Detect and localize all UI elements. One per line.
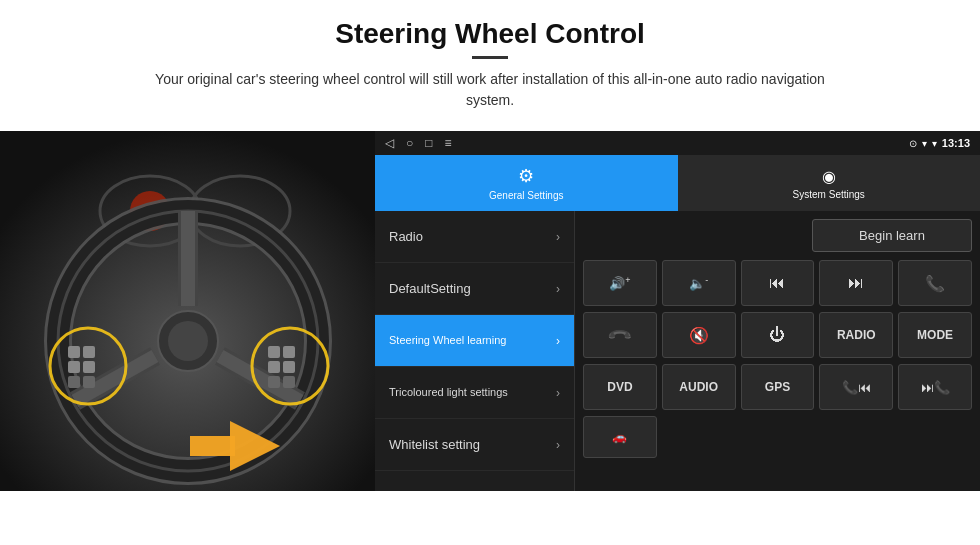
location-icon: ⊙: [909, 138, 917, 149]
svg-rect-25: [268, 361, 280, 373]
svg-rect-20: [83, 361, 95, 373]
mode-label: MODE: [917, 328, 953, 342]
radio-btn[interactable]: RADIO: [819, 312, 893, 358]
gps-label: GPS: [765, 380, 790, 394]
menu-steering-label: Steering Wheel learning: [389, 333, 506, 347]
control-grid-row1: 🔊+ 🔈- ⏮ ⏭ 📞: [583, 260, 972, 306]
begin-learn-button[interactable]: Begin learn: [812, 219, 972, 252]
power-icon: ⏻: [769, 326, 785, 344]
left-menu: Radio › DefaultSetting › Steering Wheel …: [375, 211, 575, 491]
phone-answer-icon: 📞: [925, 274, 945, 293]
prev-btn-2[interactable]: 📞⏮: [819, 364, 893, 410]
next-icon-2: ⏭📞: [921, 380, 950, 395]
svg-rect-19: [68, 361, 80, 373]
next-btn-2[interactable]: ⏭📞: [898, 364, 972, 410]
svg-rect-24: [283, 346, 295, 358]
prev-icon-2: 📞⏮: [842, 380, 871, 395]
svg-rect-18: [83, 346, 95, 358]
status-right-icons: ⊙ ▾ ▾ 13:13: [909, 137, 970, 149]
menu-radio-label: Radio: [389, 229, 423, 244]
chevron-whitelist-icon: ›: [556, 438, 560, 452]
svg-point-14: [168, 321, 208, 361]
gps-btn[interactable]: GPS: [741, 364, 815, 410]
volume-up-icon: 🔊+: [609, 275, 630, 291]
svg-rect-17: [68, 346, 80, 358]
menu-item-radio[interactable]: Radio ›: [375, 211, 574, 263]
mute-btn[interactable]: 🔇: [662, 312, 736, 358]
svg-rect-21: [68, 376, 80, 388]
phone-hangup-btn[interactable]: 📞: [583, 312, 657, 358]
tab-system-label: System Settings: [793, 189, 865, 200]
content-area: ◁ ○ □ ≡ ⊙ ▾ ▾ 13:13 ⚙ General Settings ◉…: [0, 131, 980, 491]
svg-rect-22: [83, 376, 95, 388]
radio-label: RADIO: [837, 328, 876, 342]
svg-rect-30: [190, 436, 235, 456]
svg-rect-28: [283, 376, 295, 388]
home-nav-icon[interactable]: ○: [406, 136, 413, 150]
tab-system-settings[interactable]: ◉ System Settings: [678, 155, 981, 211]
prev-track-btn[interactable]: ⏮: [741, 260, 815, 306]
android-ui: ◁ ○ □ ≡ ⊙ ▾ ▾ 13:13 ⚙ General Settings ◉…: [375, 131, 980, 491]
audio-btn[interactable]: AUDIO: [662, 364, 736, 410]
audio-label: AUDIO: [679, 380, 718, 394]
menu-item-default-setting[interactable]: DefaultSetting ›: [375, 263, 574, 315]
title-divider: [472, 56, 508, 59]
right-controls: Begin learn 🔊+ 🔈- ⏮ ⏭: [575, 211, 980, 491]
car-icon: 🚗: [612, 430, 627, 444]
steering-background: [0, 131, 375, 491]
page-header: Steering Wheel Control Your original car…: [0, 0, 980, 121]
chevron-steering-icon: ›: [556, 334, 560, 348]
svg-rect-23: [268, 346, 280, 358]
next-track-icon: ⏭: [848, 274, 864, 292]
volume-up-btn[interactable]: 🔊+: [583, 260, 657, 306]
next-track-btn[interactable]: ⏭: [819, 260, 893, 306]
control-grid-row2: 📞 🔇 ⏻ RADIO MODE: [583, 312, 972, 358]
volume-down-icon: 🔈-: [689, 275, 708, 291]
menu-default-label: DefaultSetting: [389, 281, 471, 296]
system-settings-icon: ◉: [822, 167, 836, 186]
tab-general-settings[interactable]: ⚙ General Settings: [375, 155, 678, 211]
control-grid-row3: DVD AUDIO GPS 📞⏮ ⏭📞: [583, 364, 972, 410]
general-settings-icon: ⚙: [518, 165, 534, 187]
menu-nav-icon[interactable]: ≡: [445, 136, 452, 150]
svg-rect-26: [283, 361, 295, 373]
chevron-default-icon: ›: [556, 282, 560, 296]
mute-icon: 🔇: [689, 326, 709, 345]
status-nav-icons: ◁ ○ □ ≡: [385, 136, 452, 150]
phone-hangup-icon: 📞: [606, 321, 634, 349]
page-title: Steering Wheel Control: [20, 18, 960, 50]
volume-down-btn[interactable]: 🔈-: [662, 260, 736, 306]
recents-nav-icon[interactable]: □: [425, 136, 432, 150]
car-icon-btn[interactable]: 🚗: [583, 416, 657, 458]
dvd-btn[interactable]: DVD: [583, 364, 657, 410]
signal-icon: ▾: [932, 138, 937, 149]
svg-rect-27: [268, 376, 280, 388]
steering-wheel-svg: [0, 131, 375, 491]
tab-general-label: General Settings: [489, 190, 564, 201]
steering-image-area: [0, 131, 375, 491]
menu-tricoloured-label: Tricoloured light settings: [389, 385, 508, 399]
wifi-icon: ▾: [922, 138, 927, 149]
menu-item-steering-wheel[interactable]: Steering Wheel learning ›: [375, 315, 574, 367]
bottom-grid: 🚗: [583, 416, 972, 458]
chevron-tricoloured-icon: ›: [556, 386, 560, 400]
prev-track-icon: ⏮: [769, 274, 785, 292]
back-nav-icon[interactable]: ◁: [385, 136, 394, 150]
status-bar: ◁ ○ □ ≡ ⊙ ▾ ▾ 13:13: [375, 131, 980, 155]
power-btn[interactable]: ⏻: [741, 312, 815, 358]
chevron-radio-icon: ›: [556, 230, 560, 244]
tab-bar: ⚙ General Settings ◉ System Settings: [375, 155, 980, 211]
menu-item-whitelist[interactable]: Whitelist setting ›: [375, 419, 574, 471]
clock: 13:13: [942, 137, 970, 149]
mode-btn[interactable]: MODE: [898, 312, 972, 358]
phone-answer-btn[interactable]: 📞: [898, 260, 972, 306]
dvd-label: DVD: [607, 380, 632, 394]
menu-item-tricoloured[interactable]: Tricoloured light settings ›: [375, 367, 574, 419]
begin-learn-row: Begin learn: [583, 219, 972, 252]
page-subtitle: Your original car's steering wheel contr…: [140, 69, 840, 111]
main-content: Radio › DefaultSetting › Steering Wheel …: [375, 211, 980, 491]
menu-whitelist-label: Whitelist setting: [389, 437, 480, 452]
